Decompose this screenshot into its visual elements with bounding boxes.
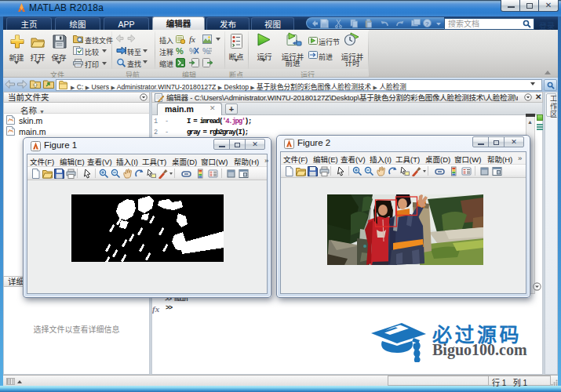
svg-text:?: ? xyxy=(425,20,429,27)
svg-text:fx: fx xyxy=(189,34,195,44)
svg-text:%: % xyxy=(202,47,209,56)
svg-text:%: % xyxy=(176,46,184,56)
